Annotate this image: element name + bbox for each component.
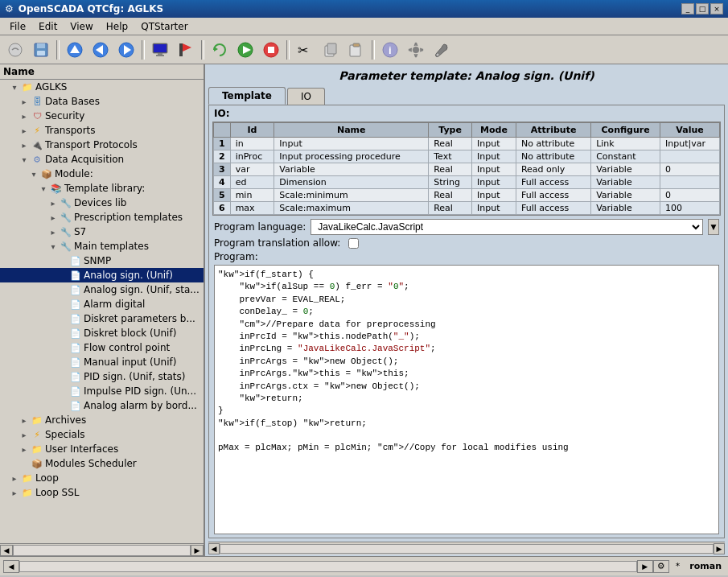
left-scroll-right[interactable]: ▶: [191, 545, 204, 556]
minimize-button[interactable]: _: [681, 3, 694, 14]
toggle-user-interfaces[interactable]: ▸: [19, 445, 29, 454]
tree-node-user-interfaces[interactable]: ▸ 📁 User Interfaces: [0, 442, 204, 456]
tree-node-analog-sign-sta[interactable]: 📄 Analog sign. (Unif, sta...: [0, 282, 204, 297]
right-scrollbar-h[interactable]: ◀ ▶: [208, 542, 725, 554]
table-row[interactable]: 3 var Variable Real Input Read only Vari…: [214, 163, 720, 176]
tree-node-impulse-pid[interactable]: 📄 Impulse PID sign. (Un...: [0, 384, 204, 398]
toggle-main-templates[interactable]: ▾: [48, 242, 58, 251]
tree-node-analog-alarm[interactable]: 📄 Analog alarm by bord...: [0, 398, 204, 413]
tree-node-diskret-params[interactable]: 📄 Diskret parameters b...: [0, 311, 204, 326]
tree-node-pid-sign[interactable]: 📄 PID sign. (Unif, stats): [0, 369, 204, 384]
menu-edit[interactable]: Edit: [32, 19, 64, 34]
tree-node-data-acquisition[interactable]: ▾ ⚙ Data Acquisition: [0, 152, 204, 167]
toggle-loop[interactable]: ▸: [10, 474, 19, 483]
toolbar-play-btn[interactable]: [233, 39, 257, 61]
prog-lang-select[interactable]: JavaLikeCalc.JavaScript: [311, 219, 703, 235]
menu-qtstarter[interactable]: QTStarter: [134, 19, 194, 34]
tree-node-transports[interactable]: ▸ ⚡ Transports: [0, 123, 204, 138]
toolbar-monitor-btn[interactable]: [148, 39, 172, 61]
toolbar-paste-btn[interactable]: [344, 39, 368, 61]
menu-help[interactable]: Help: [100, 19, 134, 34]
toggle-data-acquisition[interactable]: ▾: [19, 155, 29, 164]
toggle-module[interactable]: ▾: [29, 170, 39, 179]
menu-view[interactable]: View: [64, 19, 99, 34]
window-controls[interactable]: _ □ ×: [681, 3, 723, 14]
tree-node-aglks[interactable]: ▾ 📁 AGLKS: [0, 80, 204, 94]
tree-node-specials[interactable]: ▸ ⚡ Specials: [0, 427, 204, 442]
tree-container[interactable]: ▾ 📁 AGLKS ▸ 🗄 Data Bases ▸ 🛡 Security: [0, 80, 204, 543]
status-scroll-left[interactable]: ◀: [3, 560, 19, 573]
menu-bar: File Edit View Help QTStarter: [0, 18, 728, 35]
prog-translation-checkbox[interactable]: [348, 238, 359, 249]
status-scroll-track[interactable]: [19, 561, 637, 572]
tab-io[interactable]: IO: [287, 88, 325, 105]
toggle-transport-protocols[interactable]: ▸: [19, 141, 29, 150]
close-button[interactable]: ×: [710, 3, 723, 14]
toggle-s7[interactable]: ▸: [48, 228, 58, 237]
table-row[interactable]: 2 inProc Input processing procedure Text…: [214, 150, 720, 163]
toolbar-back-btn[interactable]: [88, 39, 113, 61]
toggle-security[interactable]: ▸: [19, 112, 29, 121]
tree-node-module[interactable]: ▾ 📦 Module:: [0, 167, 204, 181]
tree-node-snmp[interactable]: 📄 SNMP: [0, 253, 204, 268]
cell-attribute: Read only: [516, 163, 590, 176]
toolbar-flag-btn[interactable]: [174, 39, 198, 61]
toolbar-gear-btn[interactable]: [404, 39, 428, 61]
maximize-button[interactable]: □: [696, 3, 709, 14]
toolbar-wrench-btn[interactable]: [430, 39, 454, 61]
toolbar-forward-btn[interactable]: [114, 39, 138, 61]
cell-name: Scale:minimum: [274, 189, 429, 202]
tree-node-modules-scheduler[interactable]: 📦 Modules Scheduler: [0, 456, 204, 471]
toolbar-info-btn[interactable]: i: [378, 39, 402, 61]
right-scroll-right-btn[interactable]: ▶: [714, 543, 725, 554]
toolbar-refresh-btn[interactable]: [208, 39, 232, 61]
tree-node-security[interactable]: ▸ 🛡 Security: [0, 109, 204, 123]
tree-node-main-templates[interactable]: ▾ 🔧 Main templates: [0, 239, 204, 253]
table-row[interactable]: 1 in Input Real Input No attribute Link …: [214, 138, 720, 150]
tree-node-alarm-digital[interactable]: 📄 Alarm digital: [0, 297, 204, 311]
table-row[interactable]: 4 ed Dimension String Input Full access …: [214, 176, 720, 189]
io-table-container[interactable]: Id Name Type Mode Attribute Configure Va…: [212, 122, 721, 216]
tree-node-loop-ssl[interactable]: ▸ 📁 Loop SSL: [0, 485, 204, 500]
toolbar-copy-btn[interactable]: [319, 39, 343, 61]
cell-attribute: Full access: [516, 202, 590, 215]
lang-dropdown-arrow[interactable]: ▼: [708, 219, 719, 235]
tree-node-template-library[interactable]: ▾ 📚 Template library:: [0, 181, 204, 196]
tree-node-flow-control[interactable]: 📄 Flow control point: [0, 340, 204, 355]
left-scroll-left[interactable]: ◀: [0, 545, 13, 556]
toolbar-stop-btn[interactable]: [259, 39, 283, 61]
right-scroll-left-btn[interactable]: ◀: [208, 543, 220, 554]
tree-node-transport-protocols[interactable]: ▸ 🔌 Transport Protocols: [0, 138, 204, 152]
tab-template[interactable]: Template: [208, 87, 286, 105]
tree-node-archives[interactable]: ▸ 📁 Archives: [0, 413, 204, 427]
toggle-aglks[interactable]: ▾: [10, 83, 19, 92]
tree-node-databases[interactable]: ▸ 🗄 Data Bases: [0, 94, 204, 109]
toggle-prescription[interactable]: ▸: [48, 213, 58, 222]
toggle-archives[interactable]: ▸: [19, 416, 29, 425]
left-scroll-track[interactable]: [13, 545, 191, 556]
toolbar-cut-btn[interactable]: ✂: [293, 39, 317, 61]
toggle-loop-ssl[interactable]: ▸: [10, 488, 19, 497]
table-row[interactable]: 5 min Scale:minimum Real Input Full acce…: [214, 189, 720, 202]
status-scroll-right[interactable]: ▶: [637, 560, 653, 573]
tree-node-analog-sign-unif[interactable]: 📄 Analog sign. (Unif): [0, 268, 204, 282]
toggle-devices-lib[interactable]: ▸: [48, 199, 58, 208]
tree-node-manual-input[interactable]: 📄 Manual input (Unif): [0, 355, 204, 369]
tree-node-devices-lib[interactable]: ▸ 🔧 Devices lib: [0, 196, 204, 210]
status-settings-btn[interactable]: ⚙: [653, 560, 669, 573]
toolbar-save-btn[interactable]: [29, 39, 53, 61]
toggle-databases[interactable]: ▸: [19, 97, 29, 106]
toolbar-up-btn[interactable]: [63, 39, 87, 61]
tree-node-prescription[interactable]: ▸ 🔧 Prescription templates: [0, 210, 204, 225]
toggle-template-library[interactable]: ▾: [39, 184, 48, 193]
table-row[interactable]: 6 max Scale:maximum Real Input Full acce…: [214, 202, 720, 215]
tree-node-loop[interactable]: ▸ 📁 Loop: [0, 471, 204, 485]
menu-file[interactable]: File: [3, 19, 32, 34]
tree-node-diskret-block[interactable]: 📄 Diskret block (Unif): [0, 326, 204, 340]
toggle-transports[interactable]: ▸: [19, 126, 29, 135]
tree-node-s7[interactable]: ▸ 🔧 S7: [0, 225, 204, 239]
toolbar-open-btn[interactable]: [3, 39, 27, 61]
right-scroll-track-h[interactable]: [220, 544, 714, 554]
program-editor[interactable]: "kw">if(f_start) { "kw">if(alSup == 0) f…: [214, 265, 719, 534]
toggle-specials[interactable]: ▸: [19, 431, 29, 439]
